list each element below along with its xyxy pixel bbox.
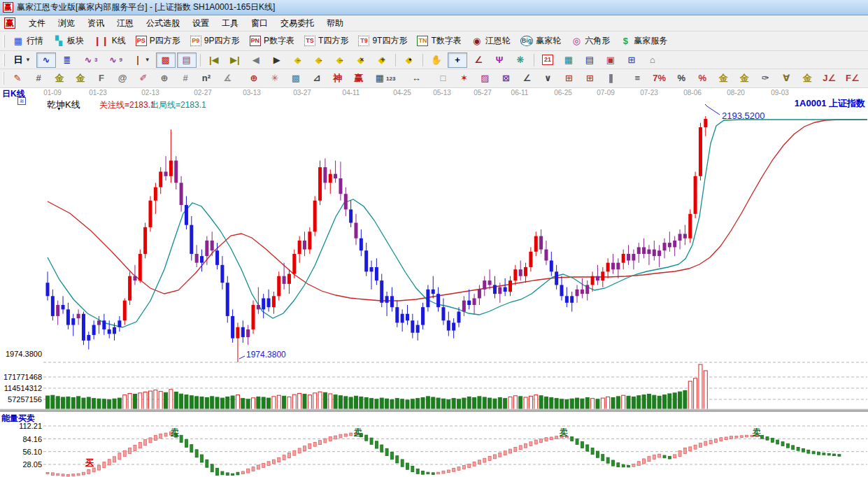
shen-grid-tool[interactable]: 神 <box>328 71 348 86</box>
restore-scale-button[interactable]: ◆✦ <box>399 52 419 68</box>
menu-item-1[interactable]: 文件 <box>22 16 52 31</box>
go-last-button[interactable]: ▶| <box>225 52 245 68</box>
j-angle-tool[interactable]: J∠ <box>818 71 840 86</box>
pattern-tool[interactable]: ❋ <box>511 52 530 68</box>
notes-button[interactable]: ▤ <box>580 52 599 68</box>
p-square-button[interactable]: PSP四方形 <box>131 34 185 49</box>
pan-hand-tool[interactable]: ✋ <box>427 52 446 68</box>
zoom-in-button[interactable]: ◆✕ <box>351 52 371 68</box>
ray-fan-tool[interactable]: ✶ <box>454 71 474 86</box>
menu-item-2[interactable]: 浏览 <box>52 16 81 31</box>
next-page-button[interactable]: ▶ <box>267 52 287 68</box>
angle-a-tool[interactable]: ∡ <box>218 71 237 86</box>
angle-measure-tool[interactable]: ∠ <box>469 52 488 68</box>
qiankun-kline-tool[interactable]: ▩ <box>156 52 176 68</box>
circle-cycle-tool[interactable]: ⊕ <box>155 71 174 86</box>
menu-app-icon[interactable]: 赢 <box>4 17 15 29</box>
bull-tool[interactable]: ∀ <box>776 71 796 86</box>
angle-mark-tool[interactable]: ⊿ <box>307 71 327 86</box>
info-list[interactable]: ≣ <box>57 52 77 68</box>
win-grid-tool[interactable]: 赢 <box>349 71 369 86</box>
gold-red-line-tool[interactable]: 金 <box>797 71 817 86</box>
n-square-tool[interactable]: n² <box>197 71 216 86</box>
zigzag-tool[interactable]: ∨ <box>538 71 557 86</box>
pen-ruler-tool[interactable]: ✐ <box>134 71 153 86</box>
measure-width-tool[interactable]: ↔ <box>406 71 426 86</box>
winner-service-button[interactable]: $赢家服务 <box>616 34 671 49</box>
computer-button[interactable]: ⌂ <box>643 52 662 68</box>
kline-type-dropdown[interactable]: 乾坤K线▼ <box>47 99 62 111</box>
gann-wheel-button[interactable]: ◉江恩轮 <box>467 34 515 49</box>
spiral-tool[interactable]: @ <box>113 71 132 86</box>
box-tool[interactable]: □ <box>433 71 453 86</box>
trend-tool[interactable]: ∿ <box>36 52 56 68</box>
brush-tool[interactable]: ✑ <box>755 71 775 86</box>
menu-item-4[interactable]: 江恩 <box>111 16 140 31</box>
chart-steps-tool[interactable]: ≡ <box>627 71 647 86</box>
grid-123-tool[interactable]: ▦123 <box>370 71 399 86</box>
small-grid-tool[interactable]: # <box>176 71 195 86</box>
percent-tool[interactable]: % <box>671 71 691 86</box>
t-square-button[interactable]: TST四方形 <box>300 34 353 49</box>
red-grid-2-tool[interactable]: ⊞ <box>580 71 599 86</box>
zoom-right-button[interactable]: ◆→ <box>309 52 329 68</box>
f-angle-tool[interactable]: F∠ <box>841 71 864 86</box>
t-digit-button[interactable]: TNT数字表 <box>413 34 465 49</box>
zoom-all-button[interactable]: ◆✛ <box>372 52 392 68</box>
menu-item-8[interactable]: 窗口 <box>245 16 274 31</box>
pen-tool[interactable]: ✎ <box>8 71 27 86</box>
winner-wheel-button[interactable]: Big赢家轮 <box>516 34 566 49</box>
gann-box-tool[interactable]: Ψ <box>490 52 509 68</box>
quotes-button[interactable]: ▦行情 <box>8 34 48 49</box>
period-day-dropdown[interactable]: 日▼ <box>8 52 35 68</box>
percent-line-tool[interactable]: 7% <box>648 71 670 86</box>
arrow-lines-tool[interactable]: ∠ <box>517 71 536 86</box>
calculator-button[interactable]: ▦ <box>559 52 578 68</box>
gold-red-line-tool-icon: 金 <box>802 73 813 84</box>
f-grid-tool[interactable]: F <box>92 71 111 86</box>
kline-style-dropdown[interactable]: ❘▼ <box>128 52 155 68</box>
sectors-button[interactable]: ▚板块 <box>49 34 88 49</box>
9t-square-button[interactable]: T99T四方形 <box>354 34 411 49</box>
menu-item-6[interactable]: 设置 <box>186 16 215 31</box>
zoom-horiz-button[interactable]: ◆↔ <box>330 52 350 68</box>
wave-3-tool[interactable]: ∿3 <box>78 52 101 68</box>
gold-circle-tool[interactable]: 金 <box>713 71 733 86</box>
p-digit-button[interactable]: PNP数字表 <box>246 34 299 49</box>
indicator-axis-label: 56.10 <box>1 448 42 456</box>
menu-item-9[interactable]: 交易委托 <box>274 16 320 31</box>
menu-item-10[interactable]: 帮助 <box>320 16 350 31</box>
gold-line-tool[interactable]: 金 <box>734 71 754 86</box>
menu-item-7[interactable]: 工具 <box>215 16 245 31</box>
square-burst-tool-icon: ▩ <box>290 73 301 84</box>
wave-9-tool[interactable]: ∿9 <box>103 52 126 68</box>
red-grid-1-tool[interactable]: ⊞ <box>559 71 578 86</box>
go-first-button[interactable]: |◀ <box>204 52 224 68</box>
9p-square-button[interactable]: P99P四方形 <box>186 34 244 49</box>
menu-item-5[interactable]: 公式选股 <box>140 16 186 31</box>
gold-angle-tool[interactable]: 金∠ <box>865 71 868 86</box>
percent-gold-tool[interactable]: % <box>692 71 712 86</box>
crosshair-tool[interactable]: + <box>448 52 467 68</box>
gann-grid-tool[interactable]: # <box>29 71 48 86</box>
circle-cross-tool[interactable]: ⊕ <box>244 71 264 86</box>
kline-chart-canvas[interactable] <box>0 88 868 477</box>
parallel-lines-tool[interactable]: ∥ <box>601 71 620 86</box>
star-burst-tool[interactable]: ✳ <box>265 71 285 86</box>
gold-grid-1-tool[interactable]: 金 <box>50 71 69 86</box>
prev-page-button[interactable]: ◀ <box>246 52 266 68</box>
square-burst-tool[interactable]: ▩ <box>286 71 306 86</box>
chart-corner-icon[interactable]: ≋ <box>17 97 26 105</box>
box-rays-tool[interactable]: ▨ <box>475 71 495 86</box>
kline-button[interactable]: ❙❙K线 <box>90 34 130 49</box>
menu-item-3[interactable]: 资讯 <box>81 16 111 31</box>
hexagon-button[interactable]: ◎六角形 <box>567 34 614 49</box>
network-button[interactable]: ⊞ <box>622 52 641 68</box>
calendar-21-button[interactable]: 21 <box>538 52 557 68</box>
save-button[interactable]: ▣ <box>601 52 620 68</box>
zoom-left-button[interactable]: ◆← <box>288 52 308 68</box>
volume-profile-tool[interactable]: ▤ <box>177 52 197 68</box>
box-diag-tool[interactable]: ⊠ <box>496 71 515 86</box>
gold-grid-2-tool[interactable]: 金 <box>71 71 90 86</box>
chart-area[interactable]: 日K线 ≋ 乾坤K线▼ 关注线=2183.1 出局线=2183.1 1A0001… <box>0 88 868 477</box>
